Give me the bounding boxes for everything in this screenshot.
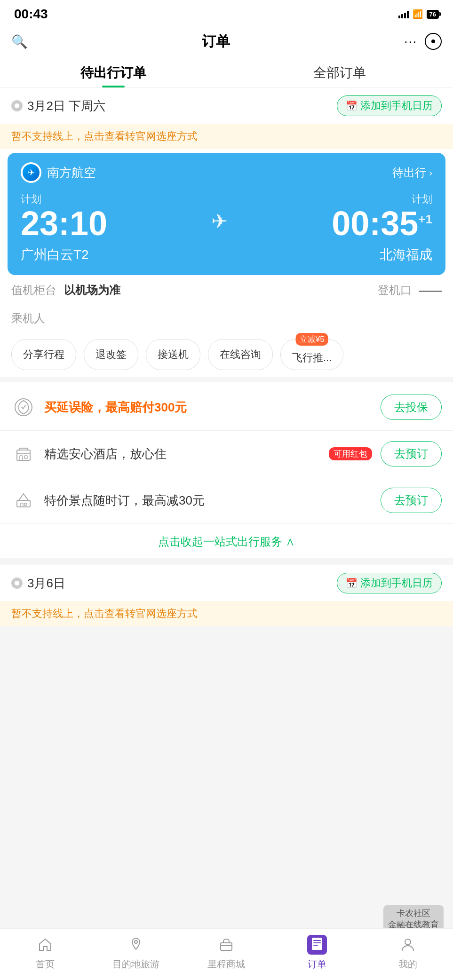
calendar-icon-2: 📅 <box>346 577 358 589</box>
date-left-1: 3月2日 下周六 <box>11 98 105 114</box>
upsell-insurance-text: 买延误险，最高赔付300元 <box>44 399 372 416</box>
nav-mall[interactable]: 里程商城 <box>203 934 250 971</box>
wifi-icon: 📶 <box>413 9 423 19</box>
svg-rect-10 <box>312 938 322 950</box>
arrive-time-block: 计划 00:35+1 <box>332 192 432 240</box>
airline-name-1: 南方航空 <box>47 165 96 181</box>
warning-banner-1[interactable]: 暂不支持线上，点击查看转官网选座方式 <box>0 124 453 149</box>
action-buttons-1: 分享行程 退改签 接送机 在线咨询 立减¥5 飞行推... <box>0 332 453 377</box>
gate-value: —— <box>419 284 442 297</box>
nav-home[interactable]: 首页 <box>22 934 69 971</box>
flight-plane-icon: ✈ <box>211 210 228 233</box>
svg-point-8 <box>135 940 137 943</box>
upsell-section-1: 买延误险，最高赔付300元 去投保 精选安心酒店，放 <box>0 382 453 526</box>
nav-orders-label: 订单 <box>308 958 326 971</box>
date-dot-2 <box>11 577 23 589</box>
nav-home-label: 首页 <box>36 958 55 971</box>
upsell-hotel-text: 精选安心酒店，放心住 <box>44 445 325 462</box>
depart-time-block: 计划 23:10 <box>21 192 107 240</box>
consult-btn[interactable]: 在线咨询 <box>208 339 273 370</box>
battery-indicator: 76 <box>427 10 439 19</box>
header: 🔍 订单 ··· <box>0 26 453 56</box>
date-dot-1 <box>11 100 23 111</box>
nav-orders[interactable]: 订单 <box>294 934 341 971</box>
add-calendar-btn-1[interactable]: 📅 添加到手机日历 <box>337 95 442 116</box>
order-section-2: 3月6日 📅 添加到手机日历 暂不支持线上，点击查看转官网选座方式 <box>0 565 453 626</box>
search-icon[interactable]: 🔍 <box>11 34 28 49</box>
depart-airport-1: 广州白云T2 <box>21 246 89 264</box>
date-text-1: 3月2日 下周六 <box>27 98 105 114</box>
svg-marker-5 <box>19 494 28 500</box>
add-calendar-btn-2[interactable]: 📅 添加到手机日历 <box>337 573 442 593</box>
flight-times-1: 计划 23:10 ✈ 计划 00:35+1 <box>8 189 445 244</box>
nav-mine-label: 我的 <box>398 958 417 971</box>
airline-logo-1 <box>21 162 41 183</box>
checkin-info-1: 值机柜台 以机场为准 登机口 —— <box>0 275 453 305</box>
nav-mine[interactable]: 我的 <box>384 934 431 971</box>
status-time: 00:43 <box>14 7 48 22</box>
tab-all-orders[interactable]: 全部订单 <box>227 56 453 87</box>
red-packet-badge: 可用红包 <box>329 447 372 460</box>
svg-rect-4 <box>17 500 30 507</box>
home-icon <box>35 934 56 955</box>
insurance-btn[interactable]: 去投保 <box>381 395 442 420</box>
date-header-2: 3月6日 📅 添加到手机日历 <box>0 565 453 601</box>
upsell-insurance: 买延误险，最高赔付300元 去投保 <box>0 384 453 431</box>
airline-logo-inner <box>23 164 40 181</box>
svg-rect-6 <box>21 503 23 507</box>
discount-badge: 立减¥5 <box>296 333 328 346</box>
checkin-counter-value: 以机场为准 <box>64 283 120 298</box>
hotel-icon <box>11 442 36 466</box>
svg-rect-7 <box>24 503 27 506</box>
order-section-1: 3月2日 下周六 📅 添加到手机日历 暂不支持线上，点击查看转官网选座方式 南方… <box>0 88 453 558</box>
share-trip-btn[interactable]: 分享行程 <box>11 339 76 370</box>
more-icon[interactable]: ··· <box>404 34 417 49</box>
flight-status-1[interactable]: 待出行 › <box>392 165 432 180</box>
nav-mall-label: 里程商城 <box>207 958 245 971</box>
hotel-btn[interactable]: 去预订 <box>381 441 442 466</box>
change-refund-btn[interactable]: 退改签 <box>84 339 138 370</box>
collapse-row-1[interactable]: 点击收起一站式出行服务 ∧ <box>0 526 453 558</box>
airline-info-1: 南方航空 <box>21 162 96 183</box>
destination-icon <box>126 934 146 955</box>
svg-rect-1 <box>17 450 30 460</box>
section-divider-1 <box>0 377 453 382</box>
passenger-row-1: 乘机人 <box>0 306 453 332</box>
calendar-icon-1: 📅 <box>346 100 358 111</box>
scroll-content: 3月2日 下周六 📅 添加到手机日历 暂不支持线上，点击查看转官网选座方式 南方… <box>0 88 453 683</box>
flight-card-header-1: 南方航空 待出行 › <box>8 153 445 189</box>
tab-bar: 待出行订单 全部订单 <box>0 56 453 88</box>
attraction-btn[interactable]: 去预订 <box>381 488 442 513</box>
bottom-nav: 首页 目的地旅游 里程商城 <box>0 928 453 980</box>
upsell-attraction-text: 特价景点随时订，最高减30元 <box>44 492 372 509</box>
checkin-counter-label: 值机柜台 <box>11 283 56 298</box>
svg-rect-3 <box>24 456 27 458</box>
depart-time-value: 23:10 <box>21 206 107 240</box>
gate-label: 登机口 <box>378 283 412 298</box>
flight-status-arrow: › <box>429 167 432 178</box>
battery-icon: 76 <box>427 10 439 19</box>
svg-point-11 <box>405 939 411 945</box>
insurance-icon <box>11 395 36 419</box>
nav-destination-label: 目的地旅游 <box>112 958 159 971</box>
header-actions: ··· <box>404 33 442 50</box>
attraction-icon <box>11 488 36 513</box>
flight-card-1: 南方航空 待出行 › 计划 23:10 ✈ 计划 00:35+1 <box>8 153 445 275</box>
status-icons: 📶 76 <box>398 9 439 19</box>
arrive-time-value: 00:35+1 <box>332 206 432 240</box>
orders-icon <box>307 934 327 955</box>
warning-banner-2[interactable]: 暂不支持线上，点击查看转官网选座方式 <box>0 601 453 626</box>
transfer-btn[interactable]: 接送机 <box>146 339 200 370</box>
date-left-2: 3月6日 <box>11 575 65 592</box>
svg-rect-9 <box>221 943 232 950</box>
target-icon[interactable] <box>425 33 442 50</box>
page-title: 订单 <box>202 32 230 51</box>
flight-guide-btn[interactable]: 立减¥5 飞行推... <box>280 339 343 370</box>
nav-destination[interactable]: 目的地旅游 <box>112 934 159 971</box>
tab-pending-orders[interactable]: 待出行订单 <box>0 56 227 87</box>
mine-icon <box>397 934 418 955</box>
date-text-2: 3月6日 <box>27 575 65 592</box>
mall-icon <box>216 934 237 955</box>
upsell-attraction: 特价景点随时订，最高减30元 去预订 <box>0 477 453 524</box>
flight-airports-1: 广州白云T2 北海福成 <box>8 244 445 275</box>
